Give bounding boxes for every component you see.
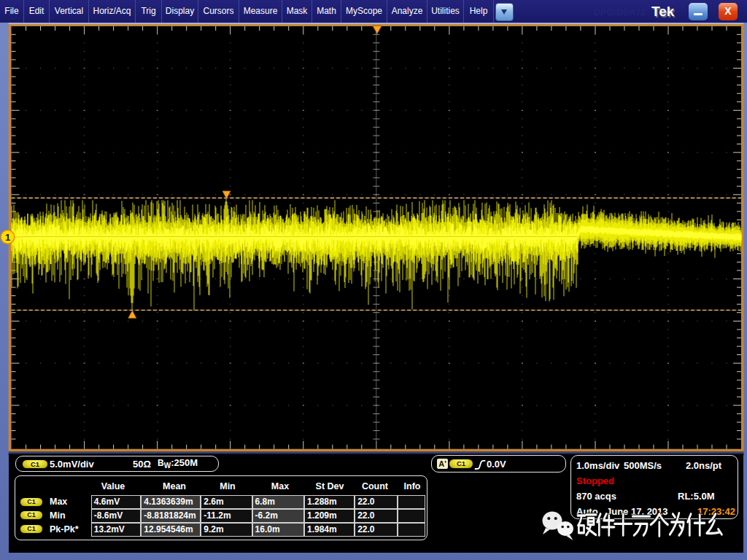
svg-text:1: 1 bbox=[5, 232, 10, 243]
